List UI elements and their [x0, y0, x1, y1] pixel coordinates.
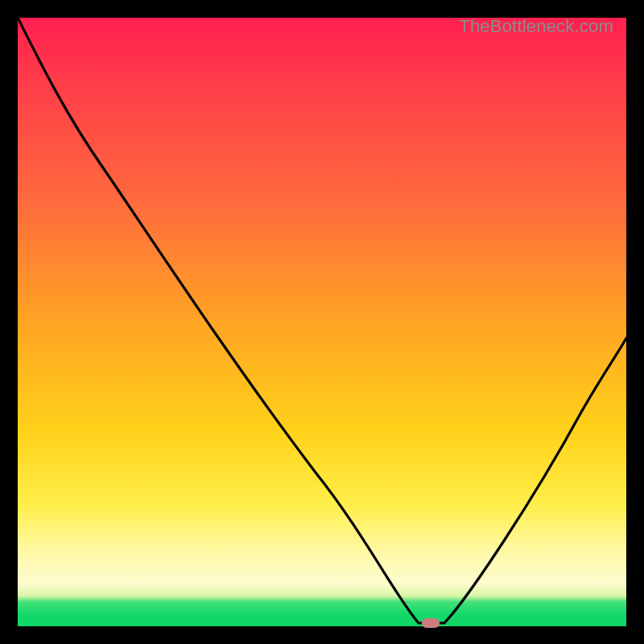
curve-path	[18, 18, 626, 623]
watermark-text: TheBottleneck.com	[459, 16, 613, 37]
chart-frame: TheBottleneck.com	[0, 0, 644, 644]
optimal-point-marker	[422, 618, 440, 628]
bottleneck-curve	[18, 18, 626, 626]
chart-plot-area: TheBottleneck.com	[18, 18, 626, 626]
